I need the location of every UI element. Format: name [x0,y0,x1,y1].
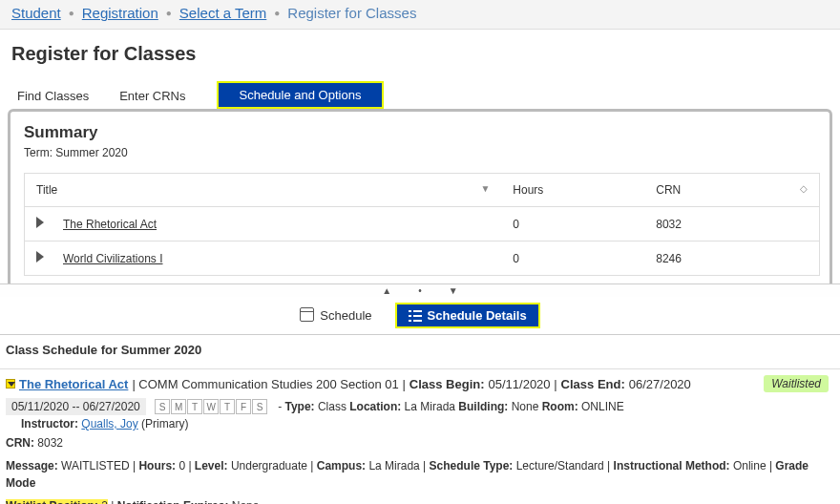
col-hours[interactable]: Hours [501,174,644,207]
day-w: W [203,399,219,414]
msg-label: Message: [6,459,58,472]
summary-panel: Summary Term: Summer 2020 Title▼ Hours C… [8,109,832,284]
room-label: Room: [542,400,578,413]
sep: | [108,499,117,504]
waitlist-line: Waitlist Position: 2 | Notification Expi… [0,494,840,504]
day-t: T [187,399,202,414]
expand-icon[interactable] [36,251,44,262]
meta-line: Message: WAITLISTED | Hours: 0 | Level: … [0,453,840,494]
stype-val: Lecture/Standard | [513,459,613,472]
day-f: F [236,399,251,414]
type-label: Type: [284,400,314,413]
class-end-label: Class End: [561,377,625,391]
class-title-link[interactable]: The Rhetorical Act [19,377,128,391]
waitlist-label: Waitlist Position: [6,499,98,504]
summary-table: Title▼ Hours CRN◇ The Rhetorical Act 0 8… [24,173,820,276]
notify-val: None [228,499,259,504]
day-m: M [171,399,186,414]
stype-label: Schedule Type: [430,459,514,472]
bldg-label: Building: [458,400,508,413]
breadcrumb-sep: ● [69,8,74,18]
splitter[interactable]: ▲ • ▼ [0,284,840,297]
cell-crn: 8032 [644,207,819,242]
imethod-val: Online | [730,459,776,472]
crn-label: CRN: [6,436,37,450]
day-s: S [155,399,170,414]
breadcrumb: Student ● Registration ● Select a Term ●… [0,0,840,30]
col-title[interactable]: Title▼ [25,174,502,207]
campus-label: Campus: [317,459,366,472]
room-val: ONLINE [578,400,624,413]
loc-label: Location: [349,400,401,413]
subtab-schedule-details[interactable]: Schedule Details [395,303,540,328]
tabs: Find Classes Enter CRNs Schedule and Opt… [0,82,840,109]
col-crn[interactable]: CRN◇ [644,174,819,207]
class-end: 06/27/2020 [629,377,691,391]
calendar-icon [300,307,314,325]
splitter-dot-icon: • [418,285,422,296]
date-range: 05/11/2020 -- 06/27/2020 [6,398,146,415]
class-detail: 05/11/2020 -- 06/27/2020 SMTWTFS - Type:… [0,394,840,417]
breadcrumb-registration[interactable]: Registration [82,5,158,21]
tab-find-classes[interactable]: Find Classes [17,89,89,109]
imethod-label: Instructional Method: [614,459,730,472]
sort-icon: ◇ [800,183,808,194]
splitter-up-icon[interactable]: ▲ [382,285,391,296]
notify-label: Notification Expires: [117,499,229,504]
course-link[interactable]: The Rhetorical Act [63,218,157,231]
breadcrumb-current: Register for Classes [287,5,416,21]
schedule-details-header: Class Schedule for Summer 2020 [0,334,840,365]
crn-val: 8032 [37,436,63,450]
breadcrumb-sep: ● [274,8,280,18]
waitlist-val: 2 [98,499,108,504]
summary-title: Summary [24,123,820,142]
hours-val: 0 | [176,459,195,472]
level-label: Level: [195,459,228,472]
instructor-label: Instructor: [21,417,81,430]
cell-hours: 0 [501,242,644,276]
tab-enter-crns[interactable]: Enter CRNs [119,89,185,109]
class-begin: 05/11/2020 | [489,377,557,391]
instructor-suffix: (Primary) [141,417,188,430]
cell-crn: 8246 [644,242,819,276]
table-row: World Civilizations I 0 8246 [25,242,820,276]
page-title: Register for Classes [0,30,840,82]
splitter-down-icon[interactable]: ▼ [449,285,458,296]
course-link[interactable]: World Civilizations I [63,252,162,265]
cell-hours: 0 [501,207,644,242]
loc-val: La Mirada [401,400,458,413]
status-badge: Waitlisted [764,375,829,392]
table-row: The Rhetorical Act 0 8032 [25,207,820,242]
breadcrumb-select-term[interactable]: Select a Term [179,5,266,21]
campus-val: La Mirada | [366,459,429,472]
sort-icon: ▼ [480,183,490,194]
summary-term: Term: Summer 2020 [24,146,820,159]
hours-label: Hours: [138,459,176,472]
collapse-icon[interactable] [6,379,15,388]
expand-icon[interactable] [36,217,44,228]
type-val: Class [315,400,350,413]
crn-line: CRN: 8032 [0,430,840,453]
subtabs: Schedule Schedule Details [0,297,840,334]
msg-val: WAITLISTED | [58,459,139,472]
day-s2: S [252,399,267,414]
day-t2: T [220,399,235,414]
tab-schedule-and-options[interactable]: Schedule and Options [217,81,385,109]
class-row: The Rhetorical Act | COMM Communication … [0,373,840,394]
level-val: Undergraduate | [228,459,317,472]
breadcrumb-sep: ● [166,8,172,18]
class-begin-label: Class Begin: [410,377,485,391]
subtab-schedule[interactable]: Schedule [300,307,371,325]
class-desc: | COMM Communication Studies 200 Section… [132,377,405,391]
list-icon [409,310,422,322]
instructor-link[interactable]: Qualls, Joy [81,417,137,430]
instructor-line: Instructor: Qualls, Joy (Primary) [0,417,840,430]
bldg-val: None [508,400,541,413]
breadcrumb-student[interactable]: Student [11,5,61,21]
